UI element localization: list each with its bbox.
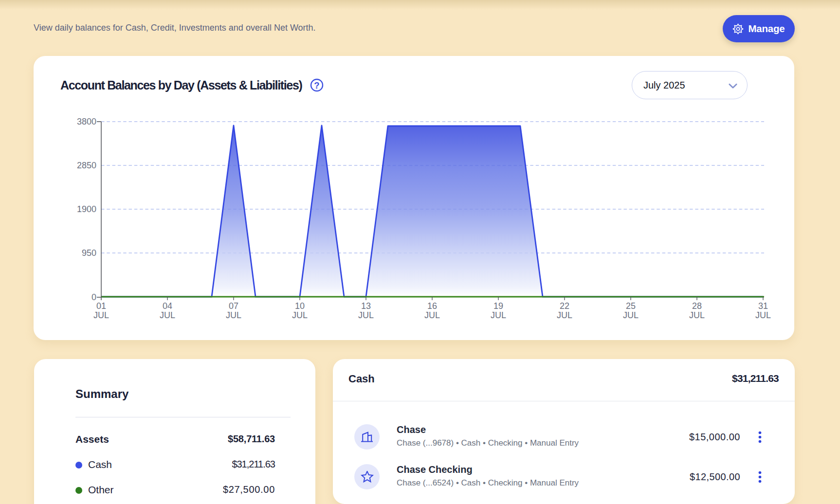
svg-text:JUL: JUL bbox=[755, 310, 771, 320]
svg-text:JUL: JUL bbox=[160, 310, 175, 320]
svg-text:950: 950 bbox=[82, 248, 96, 258]
svg-text:16: 16 bbox=[427, 301, 437, 311]
svg-text:JUL: JUL bbox=[424, 310, 440, 320]
svg-text:28: 28 bbox=[692, 301, 702, 311]
svg-text:19: 19 bbox=[493, 301, 503, 311]
svg-text:JUL: JUL bbox=[93, 310, 109, 320]
svg-text:0: 0 bbox=[91, 292, 96, 302]
svg-text:31: 31 bbox=[758, 301, 768, 311]
svg-text:04: 04 bbox=[163, 301, 172, 311]
svg-text:2850: 2850 bbox=[77, 161, 96, 170]
svg-text:JUL: JUL bbox=[491, 310, 506, 320]
svg-text:07: 07 bbox=[229, 301, 238, 311]
svg-text:25: 25 bbox=[626, 301, 636, 311]
svg-text:JUL: JUL bbox=[623, 310, 639, 320]
svg-text:01: 01 bbox=[96, 301, 106, 311]
svg-text:JUL: JUL bbox=[557, 310, 572, 320]
svg-text:3800: 3800 bbox=[77, 117, 96, 126]
svg-text:JUL: JUL bbox=[358, 310, 374, 320]
svg-text:10: 10 bbox=[295, 301, 305, 311]
svg-text:1900: 1900 bbox=[77, 204, 96, 214]
svg-text:13: 13 bbox=[361, 301, 371, 311]
svg-text:JUL: JUL bbox=[689, 310, 705, 320]
svg-text:22: 22 bbox=[560, 301, 569, 311]
svg-text:JUL: JUL bbox=[226, 310, 241, 320]
svg-text:JUL: JUL bbox=[292, 310, 308, 320]
